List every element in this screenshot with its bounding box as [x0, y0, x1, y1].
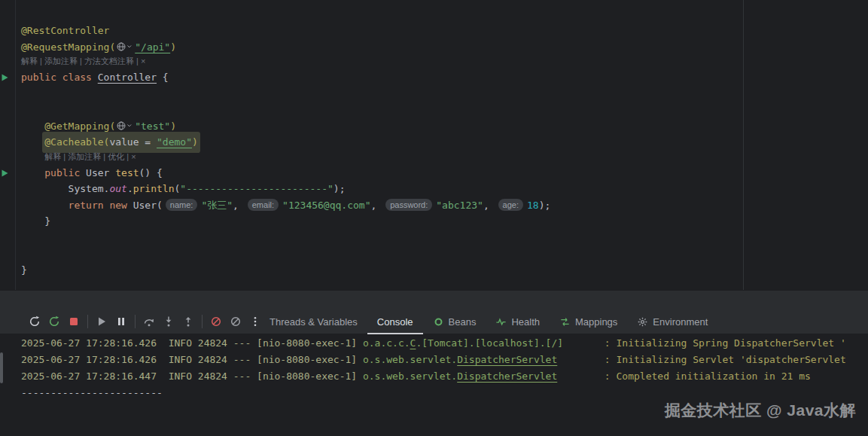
console-lines: 2025-06-27 17:28:16.426 INFO 24824 --- […	[0, 334, 868, 401]
console-line: ------------------------	[21, 385, 868, 401]
editor-line: 解释 | 添加注释 | 方法文档注释 | ×	[0, 55, 868, 69]
code-token: () {	[139, 167, 163, 178]
editor-line: System.out.println("--------------------…	[0, 181, 868, 197]
code-line-content: @GetMapping("test")	[44, 118, 176, 135]
code-token: System.	[69, 183, 110, 194]
editor-line: }	[0, 213, 868, 230]
tab-health[interactable]: Health	[486, 309, 550, 334]
console-class-link[interactable]: DispatcherServlet	[457, 354, 557, 365]
console-class-link[interactable]: DispatcherServlet	[457, 370, 557, 382]
code-token: "demo"	[157, 136, 192, 148]
ai-actions-hint[interactable]: 解释 | 添加注释 | 方法文档注释 | ×	[21, 56, 145, 66]
tab-label: Threads & Variables	[270, 316, 358, 328]
stop-icon[interactable]	[65, 313, 83, 331]
debug-toolbar-icons	[26, 313, 264, 331]
code-token: @Cacheable(	[44, 136, 109, 148]
code-token: return	[69, 200, 110, 211]
debug-toolbar: Threads & VariablesConsoleBeansHealthMap…	[0, 291, 868, 334]
code-token: ,	[483, 200, 495, 211]
console-token	[557, 354, 598, 365]
beans-icon	[433, 316, 444, 328]
code-token: out	[109, 183, 126, 194]
editor-line: @RestController	[0, 23, 868, 39]
editor-line: }	[0, 262, 868, 279]
console-scrollbar[interactable]	[0, 352, 3, 383]
rerun-icon[interactable]	[26, 313, 44, 331]
editor-line: public User test() {	[0, 165, 868, 181]
code-token: )	[192, 136, 198, 148]
code-token: public	[44, 167, 86, 178]
console-line: 2025-06-27 17:28:16.426 INFO 24824 --- […	[21, 352, 868, 368]
console-token: .[Tomcat].[localhost].[/]	[416, 337, 563, 349]
code-editor[interactable]: @RestController@RequestMapping("/api")解释…	[0, 0, 868, 290]
code-token: User(	[133, 200, 163, 211]
code-token: );	[333, 183, 346, 194]
tab-mappings[interactable]: Mappings	[550, 309, 627, 334]
step-over-icon[interactable]	[140, 313, 158, 331]
code-line-content: @RequestMapping("/api")	[21, 39, 176, 56]
console-token: Initializing Spring DispatcherServlet '	[617, 337, 846, 349]
tab-beans[interactable]: Beans	[423, 309, 486, 334]
console-token	[563, 337, 598, 349]
tab-label: Console	[377, 316, 413, 328]
console-token: :	[598, 337, 616, 349]
console-token: 2025-06-27 17:28:16.426 INFO 24824 --- […	[21, 354, 363, 365]
resume-icon[interactable]	[93, 313, 111, 331]
editor-line: @RequestMapping("/api")	[0, 39, 868, 56]
console-token: Completed initialization in 21 ms	[617, 370, 811, 382]
code-token: ,	[233, 200, 245, 211]
tab-console[interactable]: Console	[367, 309, 423, 334]
tab-bar: Threads & VariablesConsoleBeansHealthMap…	[260, 309, 717, 334]
console-token	[557, 370, 598, 382]
toolbar-separator	[202, 315, 203, 328]
code-line-content: @RestController	[21, 23, 109, 39]
code-token: public class	[21, 72, 98, 83]
code-token: "abc123"	[436, 200, 483, 211]
param-name-hint: email:	[248, 199, 279, 211]
globe-inlay-icon[interactable]	[117, 121, 132, 130]
code-token: .	[127, 183, 133, 194]
tab-label: Health	[511, 316, 540, 328]
tab-environment[interactable]: Environment	[627, 309, 717, 334]
tab-threads-variables[interactable]: Threads & Variables	[260, 309, 367, 334]
console-token: :	[598, 354, 616, 365]
step-out-icon[interactable]	[179, 313, 197, 331]
code-line-content: }	[21, 262, 27, 279]
code-token: )	[170, 41, 176, 53]
code-line-content: }	[44, 213, 50, 230]
console-token: o.a.c.c.	[363, 337, 410, 349]
editor-line: 解释 | 添加注释 | 优化 | ×	[0, 151, 868, 165]
code-line-content: return new User(name:"张三", email:"123456…	[69, 197, 551, 214]
restart-icon[interactable]	[45, 313, 63, 331]
console-token: 2025-06-27 17:28:16.447 INFO 24824 --- […	[21, 370, 363, 382]
step-into-icon[interactable]	[160, 313, 178, 331]
pause-icon[interactable]	[112, 313, 130, 331]
health-icon	[495, 316, 507, 328]
run-gutter-icon[interactable]	[2, 74, 8, 81]
code-token: Controller	[98, 72, 157, 83]
toolbar-separator	[135, 315, 136, 328]
code-token: }	[44, 215, 50, 227]
code-token: "------------------------"	[180, 183, 333, 194]
code-line-content: public User test() {	[44, 165, 163, 181]
mappings-icon	[559, 316, 571, 328]
console-token: :	[598, 370, 616, 382]
code-line-content: public class Controller {	[21, 69, 169, 86]
code-token: )	[170, 120, 176, 132]
console-line: 2025-06-27 17:28:16.426 INFO 24824 --- […	[21, 335, 868, 352]
editor-line	[0, 245, 868, 262]
tab-label: Environment	[653, 316, 708, 328]
code-token: "/api"	[135, 41, 170, 53]
tab-label: Mappings	[575, 316, 617, 328]
view-breakpoints-icon[interactable]	[227, 313, 245, 331]
toolbar-separator	[87, 315, 88, 328]
ai-actions-hint[interactable]: 解释 | 添加注释 | 优化 | ×	[44, 152, 136, 161]
mute-breakpoints-icon[interactable]	[207, 313, 225, 331]
editor-line: @GetMapping("test")	[0, 118, 868, 135]
environment-icon	[637, 316, 648, 328]
globe-inlay-icon[interactable]	[117, 42, 132, 51]
code-token: );	[539, 200, 551, 211]
tab-label: Beans	[449, 316, 477, 328]
run-gutter-icon[interactable]	[2, 169, 8, 177]
editor-line: public class Controller {	[0, 69, 868, 86]
